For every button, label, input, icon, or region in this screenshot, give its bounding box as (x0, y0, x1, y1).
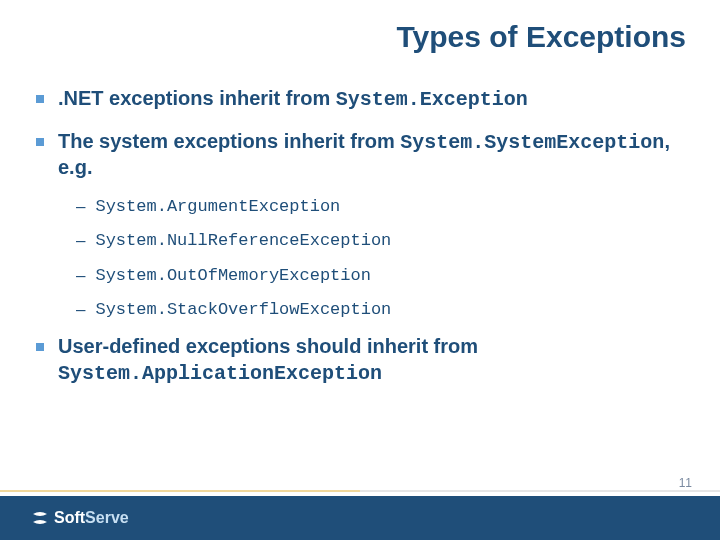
sub-bullet-text: System.OutOfMemoryException (95, 266, 370, 286)
sub-list: – System.ArgumentException – System.Null… (76, 197, 684, 321)
bullet-item: User-defined exceptions should inherit f… (36, 334, 684, 386)
footer-bar: SoftServe (0, 496, 720, 540)
sub-bullet-item: – System.StackOverflowException (76, 300, 684, 320)
slide-title: Types of Exceptions (396, 20, 686, 54)
page-number: 11 (679, 476, 692, 490)
sub-bullet-text: System.StackOverflowException (95, 300, 391, 320)
dash-bullet-icon: – (76, 197, 85, 217)
slide: Types of Exceptions .NET exceptions inhe… (0, 0, 720, 540)
slide-body: .NET exceptions inherit from System.Exce… (36, 86, 684, 403)
square-bullet-icon (36, 138, 44, 146)
bullet-text: User-defined exceptions should inherit f… (58, 334, 684, 386)
square-bullet-icon (36, 343, 44, 351)
sub-bullet-text: System.ArgumentException (95, 197, 340, 217)
bullet-text: The system exceptions inherit from Syste… (58, 129, 684, 181)
square-bullet-icon (36, 95, 44, 103)
logo-text-part2: Serve (85, 509, 129, 527)
dash-bullet-icon: – (76, 231, 85, 251)
logo-text-part1: Soft (54, 509, 85, 527)
divider-line (0, 490, 720, 492)
bullet-item: The system exceptions inherit from Syste… (36, 129, 684, 181)
logo-mark-icon (30, 508, 50, 528)
sub-bullet-item: – System.ArgumentException (76, 197, 684, 217)
sub-bullet-item: – System.NullReferenceException (76, 231, 684, 251)
dash-bullet-icon: – (76, 266, 85, 286)
dash-bullet-icon: – (76, 300, 85, 320)
bullet-text: .NET exceptions inherit from System.Exce… (58, 86, 528, 113)
sub-bullet-text: System.NullReferenceException (95, 231, 391, 251)
brand-logo: SoftServe (30, 508, 129, 528)
sub-bullet-item: – System.OutOfMemoryException (76, 266, 684, 286)
bullet-item: .NET exceptions inherit from System.Exce… (36, 86, 684, 113)
